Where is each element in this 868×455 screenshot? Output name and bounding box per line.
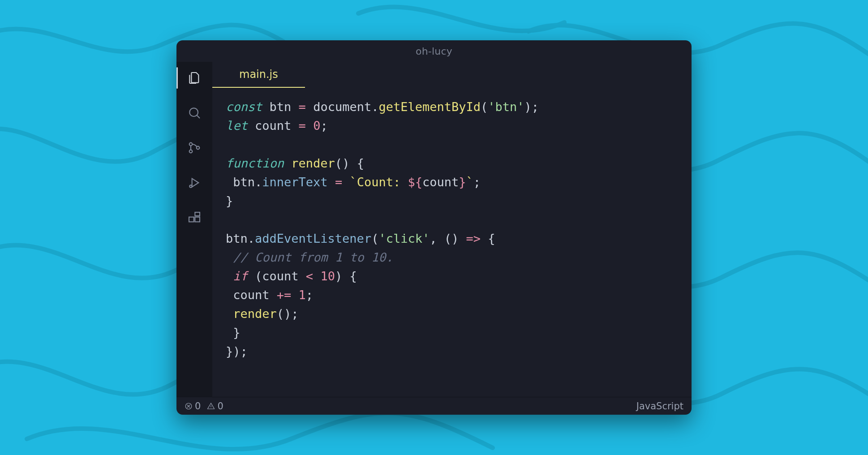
source-control-icon[interactable] [186,140,202,156]
punctuation: } [226,194,233,208]
backtick: ` [466,175,473,189]
warning-count: 0 [217,401,223,412]
function-call: render [233,307,277,321]
interp-close: } [459,175,466,189]
operator: = [299,100,306,114]
punctuation: ; [306,288,313,302]
string: 'click' [378,232,430,245]
property: innerText [262,175,327,189]
method: addEventListener [255,232,371,245]
number: 1 [299,288,306,302]
number: 10 [320,269,335,283]
tab-label: main.js [239,68,278,81]
status-language[interactable]: JavaScript [636,401,683,412]
keyword: let [226,119,248,133]
punctuation: ; [320,119,327,133]
window-titlebar: oh-lucy [176,40,692,62]
punctuation: . [371,100,378,114]
svg-point-2 [189,150,193,153]
error-icon [185,402,193,410]
extensions-icon[interactable] [186,210,202,226]
tab-bar: main.js [212,62,692,88]
operator: += [277,288,292,302]
arrow: => [466,232,481,245]
punctuation: ( [444,232,451,245]
identifier: document [313,100,371,114]
punctuation: ) [342,156,349,170]
punctuation: ) [524,100,532,114]
punctuation: ) [335,269,342,283]
svg-point-3 [197,146,200,150]
punctuation: ; [291,307,298,321]
punctuation: , [430,232,437,245]
editor-body: main.js const btn = document.getElementB… [176,62,692,397]
identifier: btn [226,232,248,245]
punctuation: { [357,156,364,170]
punctuation: ; [532,100,539,114]
number: 0 [313,119,320,133]
warning-icon [207,402,215,410]
keyword: const [226,100,262,114]
search-icon[interactable] [186,105,202,121]
files-icon[interactable] [186,70,202,86]
identifier: count [233,288,269,302]
svg-rect-5 [189,217,194,222]
error-count: 0 [195,401,201,412]
keyword: if [233,269,248,283]
function-name: render [291,156,335,170]
svg-rect-7 [195,212,200,216]
identifier: count [262,269,298,283]
interp-open: ${ [408,175,422,189]
status-warnings[interactable]: 0 [207,401,223,412]
svg-point-0 [189,108,198,116]
status-errors[interactable]: 0 [185,401,201,412]
operator: = [335,175,342,189]
comment: // Count from 1 to 10. [233,250,393,264]
punctuation: ( [335,156,342,170]
punctuation: ; [241,344,248,358]
punctuation: { [488,232,495,245]
punctuation: ) [451,232,459,245]
svg-point-1 [189,143,193,146]
punctuation: . [248,232,255,245]
backtick: ` [349,175,357,189]
status-bar: 0 0 JavaScript [176,397,692,415]
activity-bar [176,62,212,397]
run-debug-icon[interactable] [186,175,202,191]
punctuation: ) [233,344,240,358]
tab-main-js[interactable]: main.js [212,62,305,88]
editor-window: oh-lucy main.js [176,40,692,415]
punctuation: } [233,326,240,339]
keyword: function [226,156,284,170]
punctuation: ( [371,232,378,245]
identifier: btn [270,100,292,114]
identifier: btn [233,175,255,189]
string: 'btn' [488,100,524,114]
window-title: oh-lucy [416,46,452,57]
punctuation: { [349,269,357,283]
editor-main: main.js const btn = document.getElementB… [212,62,692,397]
punctuation: ) [284,307,291,321]
svg-rect-6 [195,217,200,222]
punctuation: ( [255,269,262,283]
template-string: Count: [357,175,408,189]
identifier: count [422,175,459,189]
punctuation: ( [277,307,284,321]
operator: = [299,119,306,133]
code-editor[interactable]: const btn = document.getElementById('btn… [212,88,692,397]
svg-point-4 [189,185,192,187]
punctuation: ; [473,175,481,189]
punctuation: ( [481,100,488,114]
punctuation: . [255,175,262,189]
language-label: JavaScript [636,401,683,412]
identifier: count [255,119,291,133]
function-call: getElementById [378,100,481,114]
operator: < [306,269,313,283]
punctuation: } [226,344,233,358]
